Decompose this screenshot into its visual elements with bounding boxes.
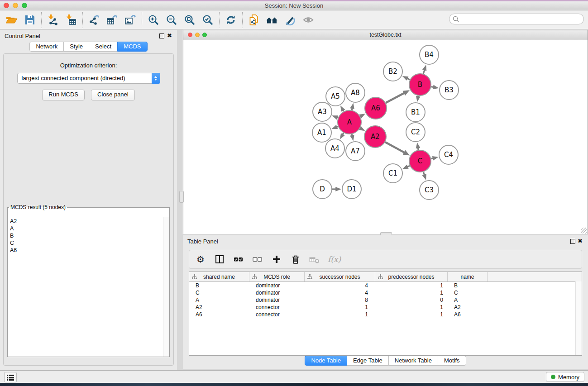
show-hide-annotations-button[interactable] [299,12,317,28]
node-D[interactable]: D [313,180,332,199]
table-row[interactable]: A6connector11A6 [189,311,582,318]
zoom-out-button[interactable] [163,12,181,28]
export-network-button[interactable] [85,12,103,28]
zoom-selected-button[interactable] [199,12,217,28]
node-A3[interactable]: A3 [313,102,332,121]
toggle-graphics-details-button[interactable] [281,12,299,28]
result-scrollbar[interactable] [163,217,169,357]
table-cell[interactable]: 1 [305,304,375,311]
table-cell[interactable]: A2 [448,304,488,311]
node-A8[interactable]: A8 [346,83,365,102]
open-file-button[interactable] [3,12,21,28]
mcds-result-item[interactable]: B [10,232,163,239]
memory-button[interactable]: Memory [546,372,584,382]
tab-select[interactable]: Select [89,42,118,52]
import-table-button[interactable] [62,12,80,28]
optimization-criterion-select[interactable]: largest connected component (directed) [17,73,160,84]
table-row[interactable]: A2connector11A2 [189,304,582,311]
close-panel-icon[interactable]: ✖ [167,32,172,39]
table-cell[interactable]: 4 [305,289,375,296]
network-canvas[interactable]: A5A8A3A1A4A7AA6A2BB2B4B3B1C2CC4C1C3DD1 [183,40,588,234]
node-C[interactable]: C [409,150,431,172]
table-cell[interactable]: A [189,296,249,304]
node-C4[interactable]: C4 [439,145,458,164]
node-A4[interactable]: A4 [325,139,344,158]
table-tab-edge-table[interactable]: Edge Table [347,356,389,366]
edge-A6-B[interactable] [386,93,405,103]
table-cell[interactable]: 1 [375,289,448,296]
table-cell[interactable]: dominator [249,289,305,296]
node-C1[interactable]: C1 [383,164,402,183]
node-A6[interactable]: A6 [365,97,387,119]
table-cell[interactable]: connector [249,311,305,318]
table-cell[interactable]: 1 [375,282,448,289]
table-cell[interactable]: 8 [305,296,375,304]
table-scrollbar[interactable] [575,281,582,355]
show-columns-icon[interactable] [214,253,225,265]
function-builder-icon[interactable]: f(x) [328,255,341,264]
zoom-in-button[interactable] [144,12,163,28]
table-cell[interactable]: A [448,296,488,304]
table-row[interactable]: Adominator80A [189,296,582,304]
edge-A2-C[interactable] [385,142,405,153]
delete-columns-trash-icon[interactable] [290,253,301,265]
node-B[interactable]: B [409,74,431,95]
first-neighbors-button[interactable] [263,12,281,28]
table-tab-node-table[interactable]: Node Table [305,356,347,366]
table-row[interactable]: Cdominator41C [189,289,582,296]
table-cell[interactable]: B [189,282,249,289]
new-network-from-selection-button[interactable] [245,12,263,28]
column-header-successor-nodes[interactable]: successor nodes [305,272,375,281]
tab-style[interactable]: Style [63,42,89,52]
table-cell[interactable]: B [448,282,488,289]
resize-grip-icon[interactable] [581,228,587,234]
table-cell[interactable]: dominator [249,282,305,289]
table-cell[interactable]: A6 [189,311,249,318]
unselect-all-columns-icon[interactable] [252,253,263,265]
table-cell[interactable]: dominator [249,296,305,304]
node-A2[interactable]: A2 [364,126,386,148]
column-header-shared-name[interactable]: shared name [189,272,249,281]
table-cell[interactable]: 1 [305,311,375,318]
table-tab-motifs[interactable]: Motifs [438,356,466,366]
save-session-button[interactable] [21,12,39,28]
table-cell[interactable]: 0 [375,296,448,304]
select-all-columns-icon[interactable] [233,253,244,265]
mcds-result-item[interactable]: A2 [10,218,163,225]
tab-network[interactable]: Network [29,42,64,52]
table-cell[interactable]: 1 [375,304,448,311]
node-A[interactable]: A [338,110,361,134]
table-options-gear-icon[interactable]: ⚙ [195,253,206,265]
column-header-name[interactable]: name [448,272,488,281]
close-table-panel-icon[interactable]: ✖ [578,238,583,244]
node-B1[interactable]: B1 [406,103,425,122]
export-image-button[interactable] [121,12,139,28]
zoom-fit-button[interactable] [181,12,199,28]
table-cell[interactable]: connector [249,304,305,311]
node-D1[interactable]: D1 [342,180,361,199]
node-B4[interactable]: B4 [420,45,439,64]
export-table-button[interactable] [103,12,121,28]
node-C3[interactable]: C3 [420,181,439,200]
import-network-button[interactable] [44,12,62,28]
mcds-result-item[interactable]: A [10,225,163,232]
table-row[interactable]: Bdominator41B [189,282,582,289]
node-B3[interactable]: B3 [440,81,459,100]
table-cell[interactable]: A2 [189,304,249,311]
table-tab-network-table[interactable]: Network Table [388,356,438,366]
close-panel-button[interactable]: Close panel [91,90,135,100]
float-table-panel-icon[interactable] [570,239,575,244]
node-A7[interactable]: A7 [346,142,365,161]
tab-mcds[interactable]: MCDS [117,42,147,52]
table-cell[interactable]: A6 [448,311,488,318]
run-mcds-button[interactable]: Run MCDS [42,90,85,100]
node-C2[interactable]: C2 [406,123,425,142]
search-input[interactable] [461,14,581,24]
table-cell[interactable]: C [448,289,488,296]
node-B2[interactable]: B2 [383,62,402,81]
table-cell[interactable]: 1 [375,311,448,318]
refresh-button[interactable] [222,12,240,28]
node-A5[interactable]: A5 [326,87,345,106]
table-cell[interactable]: 4 [305,282,375,289]
column-header-predecessor-nodes[interactable]: predecessor nodes [375,272,448,281]
